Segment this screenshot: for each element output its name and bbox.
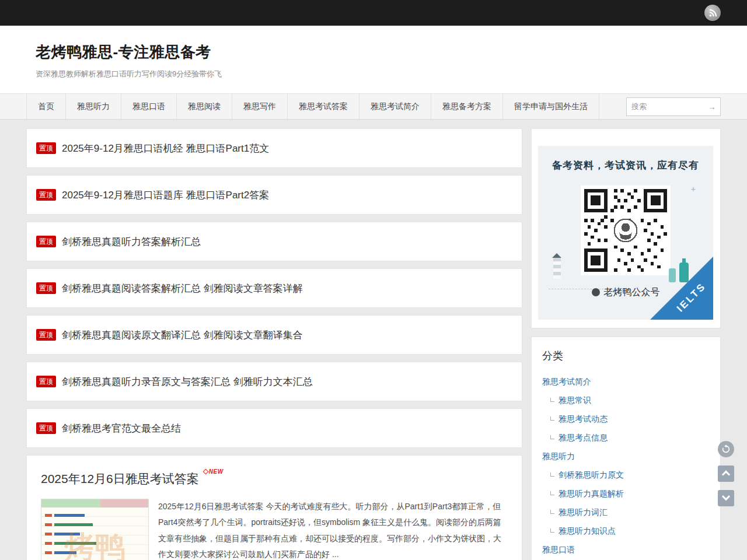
nav-item-speaking[interactable]: 雅思口语 <box>121 94 177 119</box>
category-item: 雅思考试简介 <box>542 372 710 391</box>
subcategory-corner-icon <box>550 398 554 402</box>
scroll-down-button[interactable] <box>718 490 734 506</box>
categories-widget: 分类 雅思考试简介 雅思常识 雅思考试动态 雅思考点信息 雅思听力 剑桥雅思听力… <box>531 337 721 560</box>
subcategory-corner-icon <box>550 416 554 421</box>
thumbnail-row <box>45 510 145 520</box>
category-listening-vocab-link[interactable]: 雅思听力词汇 <box>558 508 608 517</box>
post-title-link[interactable]: 剑桥雅思真题听力录音原文与答案汇总 剑雅听力文本汇总 <box>62 375 313 388</box>
site-header: 老烤鸭雅思-专注雅思备考 资深雅思教师解析雅思口语听力写作阅读9分经验带你飞 <box>0 26 747 93</box>
post-list: 置顶 2025年9-12月雅思口语机经 雅思口语Part1范文 置顶 2025年… <box>26 128 522 560</box>
sticky-badge: 置顶 <box>36 142 56 154</box>
main-nav: 首页 雅思听力 雅思口语 雅思阅读 雅思写作 雅思考试答案 雅思考试简介 雅思备… <box>0 93 747 120</box>
sticky-badge: 置顶 <box>36 422 56 434</box>
new-icon: NEW <box>204 468 224 475</box>
sticky-post-row: 置顶 2025年9-12月雅思口语题库 雅思口语Part2答案 <box>26 175 522 215</box>
promo-top-text: 备考资料，考试资讯，应有尽有 <box>538 146 713 172</box>
nav-item-listening[interactable]: 雅思听力 <box>66 94 121 119</box>
site-tagline: 资深雅思教师解析雅思口语听力写作阅读9分经验带你飞 <box>36 69 711 79</box>
category-listening-scripts-link[interactable]: 剑桥雅思听力原文 <box>558 470 624 480</box>
post-title-link[interactable]: 剑桥雅思真题阅读原文翻译汇总 剑雅阅读文章翻译集合 <box>62 328 303 342</box>
wechat-promo-image[interactable]: 备考资料，考试资讯，应有尽有 <box>538 146 713 320</box>
category-item: 雅思听力真题解析 <box>542 484 710 503</box>
sidebar: 备考资料，考试资讯，应有尽有 <box>531 128 721 560</box>
latest-post-title-link[interactable]: 2025年12月6日雅思考试答案 <box>41 471 199 487</box>
latest-post-body: 烤鸭 2025年12月6日雅思考试答案 今天的考试难度有些大。听力部分，从Par… <box>41 499 508 560</box>
category-item: 雅思听力 <box>542 447 710 466</box>
post-title-link[interactable]: 剑桥雅思真题阅读答案解析汇总 剑雅阅读文章答案详解 <box>62 282 303 295</box>
thumbnail-row <box>45 538 145 548</box>
top-bar <box>0 0 747 26</box>
category-item: 剑桥雅思听力原文 <box>542 466 710 484</box>
thumbnail-row <box>45 520 145 529</box>
thumbnail-rows <box>41 508 148 560</box>
refresh-icon[interactable] <box>718 441 734 457</box>
nav-item-study-abroad[interactable]: 留学申请与国外生活 <box>503 94 599 119</box>
promo-widget: 备考资料，考试资讯，应有尽有 <box>531 128 721 328</box>
category-item: 雅思考试动态 <box>542 410 710 428</box>
thumbnail-row <box>45 548 145 557</box>
sticky-post-row: 置顶 剑桥雅思考官范文最全总结 <box>26 408 522 448</box>
nav-item-prep-plan[interactable]: 雅思备考方案 <box>431 94 503 119</box>
sticky-badge: 置顶 <box>36 189 56 201</box>
post-title-link[interactable]: 剑桥雅思真题听力答案解析汇总 <box>62 235 201 249</box>
nav-item-exam-intro[interactable]: 雅思考试简介 <box>359 94 431 119</box>
categories-list: 雅思考试简介 雅思常识 雅思考试动态 雅思考点信息 雅思听力 剑桥雅思听力原文 … <box>542 372 710 559</box>
category-listening-analysis-link[interactable]: 雅思听力真题解析 <box>558 489 624 498</box>
sticky-post-row: 置顶 2025年9-12月雅思口语机经 雅思口语Part1范文 <box>26 128 522 168</box>
category-test-centers-link[interactable]: 雅思考点信息 <box>558 433 608 442</box>
rss-icon[interactable] <box>704 5 721 21</box>
post-title-link[interactable]: 剑桥雅思考官范文最全总结 <box>62 422 181 435</box>
nav-item-home[interactable]: 首页 <box>26 94 66 119</box>
post-title-link[interactable]: 2025年9-12月雅思口语题库 雅思口语Part2答案 <box>62 188 269 202</box>
chevron-up-icon <box>722 470 730 478</box>
category-item: 雅思常识 <box>542 391 710 410</box>
category-item: 雅思口语 <box>542 540 710 559</box>
nav-item-exam-answers[interactable]: 雅思考试答案 <box>288 94 359 119</box>
subcategory-corner-icon <box>550 435 554 439</box>
nav-item-writing[interactable]: 雅思写作 <box>232 94 288 119</box>
duck-logo-icon <box>592 288 600 296</box>
categories-title: 分类 <box>542 349 710 363</box>
category-exam-news-link[interactable]: 雅思考试动态 <box>558 414 608 424</box>
category-exam-intro-link[interactable]: 雅思考试简介 <box>542 377 591 386</box>
sticky-badge: 置顶 <box>36 376 56 387</box>
sticky-post-row: 置顶 剑桥雅思真题听力答案解析汇总 <box>26 222 522 261</box>
latest-post-title-row: 2025年12月6日雅思考试答案 NEW <box>41 471 508 487</box>
site-title[interactable]: 老烤鸭雅思-专注雅思备考 <box>36 42 711 62</box>
category-listening-points-link[interactable]: 雅思听力知识点 <box>558 526 616 536</box>
post-thumbnail[interactable]: 烤鸭 <box>41 499 149 560</box>
subcategory-corner-icon <box>550 491 554 495</box>
subcategory-corner-icon <box>550 473 554 477</box>
thumbnail-header-bars <box>41 499 148 508</box>
floating-toolbar <box>718 441 734 506</box>
subcategory-corner-icon <box>550 510 554 514</box>
post-title-link[interactable]: 2025年9-12月雅思口语机经 雅思口语Part1范文 <box>62 142 269 155</box>
category-listening-link[interactable]: 雅思听力 <box>542 452 575 461</box>
page: 老烤鸭雅思-专注雅思备考 资深雅思教师解析雅思口语听力写作阅读9分经验带你飞 首… <box>0 0 747 560</box>
plus-doodle-icon: + <box>691 184 696 194</box>
sticky-post-row: 置顶 剑桥雅思真题阅读原文翻译汇总 剑雅阅读文章翻译集合 <box>26 315 522 355</box>
category-item: 雅思听力知识点 <box>542 522 710 540</box>
thumbnail-row <box>45 557 145 560</box>
nav-item-reading[interactable]: 雅思阅读 <box>177 94 232 119</box>
category-item: 雅思考点信息 <box>542 428 710 447</box>
latest-post-card: 2025年12月6日雅思考试答案 NEW <box>26 455 522 560</box>
content-area: 置顶 2025年9-12月雅思口语机经 雅思口语Part1范文 置顶 2025年… <box>0 120 747 560</box>
search-input[interactable] <box>627 102 704 111</box>
post-excerpt: 2025年12月6日雅思考试答案 今天的考试难度有些大。听力部分，从Part1到… <box>158 499 508 560</box>
category-item: 雅思听力词汇 <box>542 503 710 522</box>
thumbnail-row <box>45 529 145 538</box>
sticky-badge: 置顶 <box>36 329 56 341</box>
lighthouse-doodle-icon <box>553 258 561 279</box>
search-box: → <box>626 97 721 116</box>
search-submit-button[interactable]: → <box>704 98 720 116</box>
sticky-post-row: 置顶 剑桥雅思真题阅读答案解析汇总 剑雅阅读文章答案详解 <box>26 268 522 308</box>
sticky-badge: 置顶 <box>36 236 56 247</box>
category-basics-link[interactable]: 雅思常识 <box>558 396 591 405</box>
chevron-down-icon <box>722 492 730 501</box>
category-speaking-link[interactable]: 雅思口语 <box>542 545 575 554</box>
subcategory-corner-icon <box>550 528 554 533</box>
sticky-badge: 置顶 <box>36 282 56 294</box>
sticky-post-row: 置顶 剑桥雅思真题听力录音原文与答案汇总 剑雅听力文本汇总 <box>26 362 522 401</box>
scroll-up-button[interactable] <box>718 466 734 482</box>
